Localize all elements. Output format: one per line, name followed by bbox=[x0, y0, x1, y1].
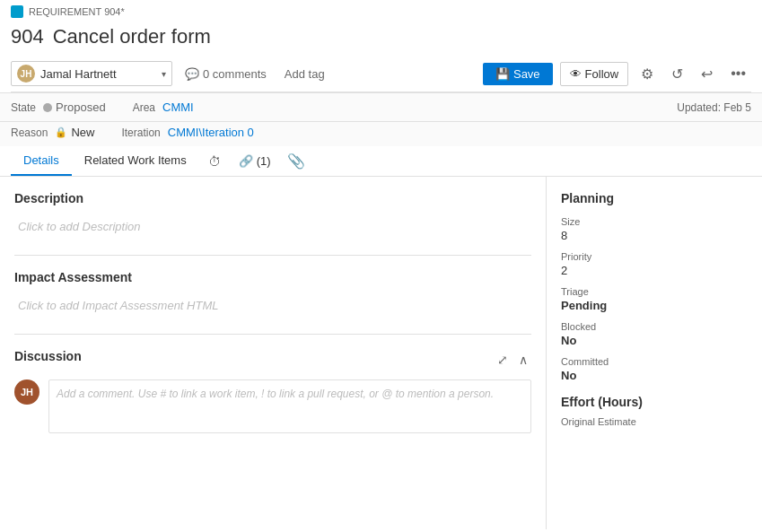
reason-label: Reason bbox=[11, 126, 48, 139]
size-value[interactable]: 8 bbox=[561, 229, 748, 242]
more-button[interactable]: ••• bbox=[725, 62, 751, 85]
triage-value[interactable]: Pending bbox=[561, 299, 748, 312]
committed-field: Committed No bbox=[561, 356, 748, 382]
iteration-value[interactable]: CMMI\Iteration 0 bbox=[168, 126, 254, 139]
committed-value[interactable]: No bbox=[561, 369, 748, 382]
settings-button[interactable]: ⚙ bbox=[635, 62, 659, 86]
impact-placeholder[interactable]: Click to add Impact Assessment HTML bbox=[14, 292, 531, 319]
attachments-button[interactable]: 📎 bbox=[280, 147, 312, 175]
follow-label: Follow bbox=[585, 67, 619, 81]
link-count: (1) bbox=[257, 154, 271, 168]
tab-related-work-items[interactable]: Related Work Items bbox=[72, 146, 199, 176]
comment-count: 0 comments bbox=[203, 67, 267, 81]
add-tag-button[interactable]: Add tag bbox=[279, 65, 330, 83]
impact-divider bbox=[14, 334, 531, 335]
comment-icon: 💬 bbox=[185, 67, 199, 81]
save-label: Save bbox=[513, 67, 540, 81]
right-panel: Planning Size 8 Priority 2 Triage Pendin… bbox=[547, 177, 762, 529]
impact-title: Impact Assessment bbox=[14, 270, 531, 284]
top-bar: REQUIREMENT 904* 904 Cancel order form J… bbox=[0, 0, 762, 146]
comments-button[interactable]: 💬 0 comments bbox=[180, 65, 272, 83]
comment-input[interactable]: Add a comment. Use # to link a work item… bbox=[48, 379, 531, 433]
tab-details[interactable]: Details bbox=[11, 146, 72, 176]
original-estimate-label: Original Estimate bbox=[561, 416, 748, 427]
link-icon: 🔗 bbox=[239, 154, 253, 168]
blocked-field: Blocked No bbox=[561, 321, 748, 347]
dropdown-arrow-icon: ▾ bbox=[162, 69, 166, 79]
assignee-dropdown[interactable]: JH Jamal Hartnett ▾ bbox=[11, 61, 172, 86]
state-value: Proposed bbox=[43, 100, 106, 114]
work-item-title: Cancel order form bbox=[53, 25, 211, 48]
history-icon-button[interactable]: ⏱ bbox=[199, 149, 230, 174]
meta-row-2: Reason 🔒 New Iteration CMMI\Iteration 0 bbox=[0, 122, 762, 146]
iteration-label: Iteration bbox=[121, 126, 160, 139]
blocked-label: Blocked bbox=[561, 321, 748, 332]
blocked-value[interactable]: No bbox=[561, 334, 748, 347]
requirement-icon bbox=[11, 5, 23, 18]
committed-label: Committed bbox=[561, 356, 748, 367]
original-estimate-field: Original Estimate bbox=[561, 416, 748, 427]
links-button[interactable]: 🔗 (1) bbox=[230, 149, 280, 173]
lock-icon: 🔒 bbox=[55, 126, 67, 138]
comment-row: JH Add a comment. Use # to link a work i… bbox=[14, 379, 531, 433]
area-value[interactable]: CMMI bbox=[162, 100, 194, 114]
left-panel: Description Click to add Description Imp… bbox=[0, 177, 547, 529]
meta-row-1: State Proposed Area CMMI Updated: Feb 5 bbox=[0, 93, 762, 122]
size-label: Size bbox=[561, 216, 748, 227]
main-content: Description Click to add Description Imp… bbox=[0, 177, 762, 529]
expand-icon-button[interactable]: ⤢ bbox=[494, 351, 512, 369]
priority-label: Priority bbox=[561, 251, 748, 262]
updated-text: Updated: Feb 5 bbox=[677, 101, 751, 114]
effort-title: Effort (Hours) bbox=[561, 395, 748, 409]
description-title: Description bbox=[14, 191, 531, 205]
work-item-id: 904 bbox=[11, 25, 44, 48]
priority-value[interactable]: 2 bbox=[561, 264, 748, 277]
save-icon: 💾 bbox=[495, 67, 510, 81]
breadcrumb: REQUIREMENT 904* bbox=[11, 5, 751, 22]
eye-icon: 👁 bbox=[570, 67, 582, 81]
priority-field: Priority 2 bbox=[561, 251, 748, 277]
breadcrumb-text: REQUIREMENT 904* bbox=[29, 6, 125, 17]
triage-label: Triage bbox=[561, 286, 748, 297]
refresh-button[interactable]: ↺ bbox=[666, 62, 688, 86]
description-placeholder[interactable]: Click to add Description bbox=[14, 213, 531, 240]
follow-button[interactable]: 👁 Follow bbox=[560, 62, 629, 86]
state-dot-icon bbox=[43, 103, 52, 112]
reason-value: 🔒 New bbox=[55, 126, 94, 139]
save-button[interactable]: 💾 Save bbox=[483, 63, 553, 85]
action-bar: JH Jamal Hartnett ▾ 💬 0 comments Add tag… bbox=[11, 56, 751, 92]
tabs-row: Details Related Work Items ⏱ 🔗 (1) 📎 bbox=[0, 146, 762, 177]
discussion-title: Discussion bbox=[14, 349, 82, 363]
description-divider bbox=[14, 255, 531, 256]
state-label: State bbox=[11, 101, 36, 114]
assignee-avatar: JH bbox=[17, 65, 35, 83]
comment-avatar: JH bbox=[14, 379, 39, 405]
collapse-icon-button[interactable]: ∧ bbox=[515, 351, 531, 369]
discussion-actions: ⤢ ∧ bbox=[494, 351, 531, 369]
undo-button[interactable]: ↩ bbox=[696, 62, 718, 86]
area-label: Area bbox=[133, 101, 155, 114]
triage-field: Triage Pending bbox=[561, 286, 748, 312]
size-field: Size 8 bbox=[561, 216, 748, 242]
assignee-name: Jamal Hartnett bbox=[40, 67, 156, 81]
planning-title: Planning bbox=[561, 191, 748, 205]
